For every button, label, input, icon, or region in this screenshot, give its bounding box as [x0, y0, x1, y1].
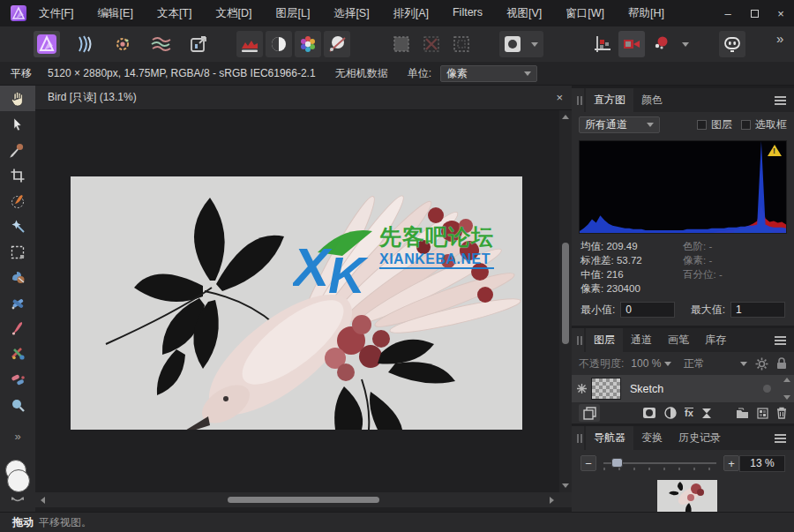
color-picker-tool[interactable]: [0, 137, 35, 162]
menu-arrange[interactable]: 排列[A]: [393, 6, 429, 21]
menu-file[interactable]: 文件[F]: [39, 6, 74, 21]
tab-navigator[interactable]: 导航器: [586, 426, 633, 450]
lock-icon[interactable]: [776, 357, 787, 370]
scroll-right-icon[interactable]: [550, 497, 554, 504]
invert-selection-button[interactable]: [448, 31, 475, 57]
adjustment-icon[interactable]: [664, 407, 677, 419]
blur-tool[interactable]: [0, 393, 35, 418]
selection-brush-tool[interactable]: [0, 188, 35, 214]
flood-select-tool[interactable]: [0, 214, 35, 239]
document-tab[interactable]: Bird [只读] (13.1%): [48, 90, 137, 105]
canvas-viewport[interactable]: X K 先客吧论坛 XIANKEBA.NET: [35, 110, 559, 492]
layers-scrollbar[interactable]: [782, 375, 792, 402]
zoom-slider[interactable]: [603, 455, 716, 471]
navigator-preview[interactable]: [572, 476, 794, 512]
tab-histogram[interactable]: 直方图: [586, 88, 633, 112]
scroll-up-icon[interactable]: [783, 378, 790, 382]
scroll-up-icon[interactable]: [562, 115, 569, 119]
tab-channels[interactable]: 通道: [623, 328, 660, 352]
marquee-tool[interactable]: [0, 239, 35, 265]
menu-document[interactable]: 文档[D]: [215, 6, 251, 21]
menu-window[interactable]: 窗口[W]: [566, 6, 604, 21]
menu-edit[interactable]: 编辑[E]: [98, 6, 133, 21]
paint-brush-tool[interactable]: [0, 316, 35, 341]
blend-mode-select[interactable]: 正常: [684, 356, 705, 371]
tab-stock[interactable]: 库存: [697, 328, 734, 352]
dodge-burn-tool[interactable]: [0, 367, 35, 393]
vertical-scroll-thumb[interactable]: [562, 243, 569, 344]
navigator-thumbnail[interactable]: [657, 480, 717, 515]
clone-tool[interactable]: [0, 341, 35, 367]
auto-white-balance-button[interactable]: [324, 31, 350, 57]
close-button[interactable]: ×: [768, 0, 794, 26]
zoom-value-input[interactable]: 13 %: [739, 455, 785, 472]
layer-effects-icon[interactable]: fx: [685, 408, 693, 418]
tab-color[interactable]: 颜色: [633, 88, 670, 112]
trash-icon[interactable]: [776, 407, 787, 419]
layer-row-sketch[interactable]: Sketch: [572, 375, 794, 402]
panel-menu-icon[interactable]: [775, 100, 786, 101]
menu-select[interactable]: 选择[S]: [333, 6, 369, 21]
toolbar-overflow-icon[interactable]: »: [776, 31, 783, 46]
photo-persona-button[interactable]: [34, 31, 60, 57]
min-input[interactable]: 0: [620, 302, 675, 318]
liquify-persona-button[interactable]: [71, 31, 98, 57]
marquee-checkbox[interactable]: 选取框: [741, 117, 787, 132]
panel-grip[interactable]: [572, 426, 584, 450]
new-layer-icon[interactable]: [757, 408, 768, 419]
menu-filters[interactable]: Filters: [453, 6, 483, 21]
vertical-scrollbar[interactable]: [559, 110, 572, 492]
panel-menu-icon[interactable]: [775, 340, 786, 341]
auto-levels-button[interactable]: [236, 31, 263, 57]
max-input[interactable]: 1: [730, 302, 785, 318]
fill-color-well[interactable]: [7, 469, 30, 492]
layer-name[interactable]: Sketch: [630, 383, 663, 395]
warning-icon[interactable]: !: [768, 145, 782, 156]
tone-mapping-persona-button[interactable]: [147, 31, 174, 57]
panel-grip[interactable]: [572, 328, 584, 352]
scroll-down-icon[interactable]: [783, 395, 790, 400]
auto-colors-button[interactable]: [295, 31, 321, 57]
select-all-button[interactable]: [388, 31, 415, 57]
scroll-down-icon[interactable]: [562, 483, 569, 488]
panel-grip[interactable]: [572, 88, 584, 112]
develop-persona-button[interactable]: [109, 31, 136, 57]
menu-view[interactable]: 视图[V]: [506, 6, 542, 21]
layer-thumbnail[interactable]: [591, 378, 621, 400]
tab-brushes[interactable]: 画笔: [660, 328, 697, 352]
opacity-select[interactable]: 100 %: [631, 357, 670, 370]
menu-layer[interactable]: 图层[L]: [275, 6, 310, 21]
layer-checkbox[interactable]: 图层: [697, 117, 732, 132]
group-layers-icon[interactable]: [736, 408, 749, 419]
slider-thumb[interactable]: [611, 458, 623, 468]
duplicate-layer-button[interactable]: [579, 404, 600, 422]
channel-select[interactable]: 所有通道: [579, 116, 660, 133]
horizontal-scroll-thumb[interactable]: [228, 497, 379, 503]
gear-icon[interactable]: [755, 357, 768, 371]
zoom-out-button[interactable]: −: [581, 455, 596, 471]
canvas-page[interactable]: X K 先客吧论坛 XIANKEBA.NET: [71, 176, 522, 430]
export-persona-button[interactable]: [185, 31, 212, 57]
layer-visibility-toggle[interactable]: [763, 385, 771, 393]
maximize-button[interactable]: [741, 0, 768, 26]
menu-text[interactable]: 文本[T]: [157, 6, 192, 21]
panel-menu-icon[interactable]: [775, 438, 786, 439]
paint-mixer-tool[interactable]: [0, 265, 35, 290]
units-select[interactable]: 像素: [440, 65, 537, 82]
tab-layers[interactable]: 图层: [586, 328, 623, 352]
zoom-in-button[interactable]: +: [723, 455, 739, 471]
menu-help[interactable]: 帮助[H]: [628, 6, 664, 21]
horizontal-scrollbar[interactable]: [35, 492, 572, 507]
tab-transform[interactable]: 变换: [633, 426, 670, 450]
minimize-button[interactable]: –: [715, 0, 741, 26]
swap-colors-icon[interactable]: [11, 497, 25, 504]
mask-layer-icon[interactable]: [642, 407, 656, 419]
scroll-left-icon[interactable]: [41, 497, 45, 504]
tab-close-button[interactable]: ×: [556, 91, 563, 104]
mask-dropdown-button[interactable]: [526, 31, 543, 57]
view-tool[interactable]: [0, 86, 35, 111]
deselect-button[interactable]: [418, 31, 445, 57]
assistant-presets-dropdown[interactable]: [677, 31, 694, 57]
live-filter-icon[interactable]: [701, 408, 712, 419]
assistant-button[interactable]: [719, 31, 745, 57]
